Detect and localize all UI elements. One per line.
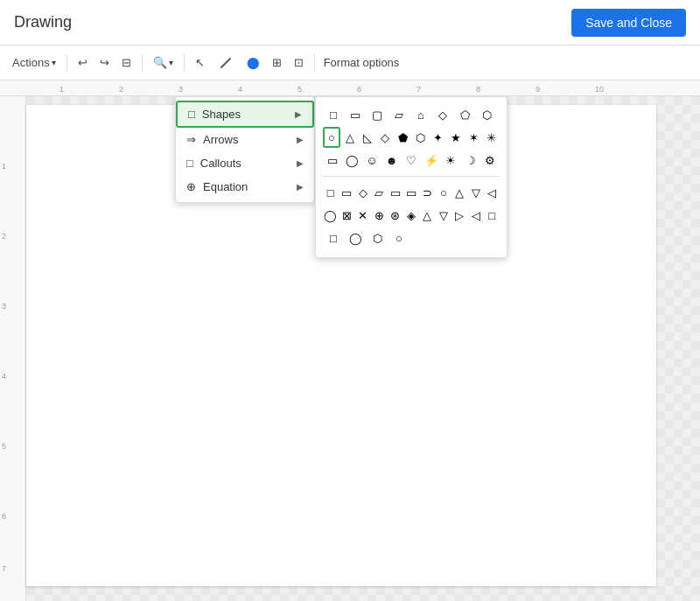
shape-flow-right[interactable]: ▷ (452, 205, 467, 226)
actions-menu-button[interactable]: Actions ▾ (7, 52, 61, 73)
shapes-row-3: ▭ ◯ ☺ ☻ ♡ ⚡ ☀ ☽ ⚙ (323, 150, 500, 171)
shape-flow-data[interactable]: ▭ (403, 182, 418, 203)
line-tool-button[interactable] (212, 59, 240, 67)
shape-octagon[interactable]: ⬡ (412, 127, 429, 148)
shapes-submenu: □ ▭ ▢ ▱ ⌂ ◇ ⬠ ⬡ ○ △ ◺ ◇ ⬟ ⬡ ✦ ★ ✶ ✳ (315, 96, 508, 258)
shapes-circle-icon: ⬤ (247, 56, 260, 69)
shape-flow-rect[interactable]: □ (323, 182, 338, 203)
shape-flow-tri-inv[interactable]: ▽ (468, 182, 483, 203)
callouts-menu-label: Callouts (200, 157, 242, 170)
shapes-row-1: □ ▭ ▢ ▱ ⌂ ◇ ⬠ ⬡ (323, 104, 500, 125)
shape-flow-trap[interactable]: ▭ (388, 182, 402, 203)
shape-rect[interactable]: □ (323, 104, 344, 125)
undo-icon: ↩ (78, 56, 88, 69)
toolbar-separator-1 (66, 54, 67, 72)
zoom-button[interactable]: 🔍 ▾ (148, 52, 178, 73)
horizontal-ruler: 1 2 3 4 5 6 7 8 9 10 (0, 80, 700, 96)
shape-lightning[interactable]: ⚡ (422, 150, 441, 171)
shape-pentagon[interactable]: ⬠ (454, 104, 475, 125)
equation-arrow-icon: ▶ (297, 182, 304, 192)
image-tool-button[interactable]: ⊡ (289, 52, 309, 73)
shape-triangle[interactable]: △ (341, 127, 358, 148)
print-icon: ⊟ (122, 56, 131, 69)
shape-flow-tri3[interactable]: ▽ (436, 205, 451, 226)
shape-flow-tri2[interactable]: △ (420, 205, 435, 226)
shapes-tool-button[interactable]: ⬤ (242, 52, 265, 73)
shape-flow-diamond2[interactable]: ◈ (403, 205, 418, 226)
shape-flow-x2[interactable]: ✕ (355, 205, 370, 226)
equation-menu-icon: ⊕ (186, 180, 196, 193)
shape-brace[interactable]: ▭ (323, 150, 342, 171)
toolbar-separator-4 (314, 54, 315, 72)
print-button[interactable]: ⊟ (116, 52, 136, 73)
shape-right-triangle[interactable]: ◺ (359, 127, 375, 148)
actions-chevron-icon: ▾ (52, 58, 56, 67)
select-tool-button[interactable]: ↖ (190, 52, 210, 73)
shape-moon[interactable]: ☽ (461, 150, 480, 171)
v-ruler-mark-5: 5 (2, 442, 6, 451)
shape-circle[interactable]: ○ (323, 127, 340, 148)
canvas-area[interactable]: 1 2 3 4 5 6 7 □ Shapes ▶ ⇒ Arrows ▶ (0, 96, 700, 601)
shape-star5[interactable]: ★ (447, 127, 464, 148)
shape-flow-diamond[interactable]: ◇ (355, 182, 370, 203)
shape-flow-circle3[interactable]: ○ (388, 227, 410, 248)
shape-flow-plus[interactable]: ⊕ (371, 205, 386, 226)
shape-diamond[interactable]: ◇ (432, 104, 453, 125)
zoom-icon: 🔍 (153, 56, 167, 69)
shape-parallelogram[interactable]: ▱ (388, 104, 410, 125)
shape-flow-arrow[interactable]: ◁ (485, 182, 500, 203)
v-ruler-mark-4: 4 (2, 372, 6, 381)
shape-bracket[interactable]: ◯ (343, 150, 362, 171)
v-ruler-mark-7: 7 (2, 564, 6, 573)
shape-star8[interactable]: ✳ (483, 127, 500, 148)
shape-flow-oval[interactable]: ○ (436, 182, 451, 203)
shape-flow-x[interactable]: ⊠ (339, 205, 354, 226)
shape-cylinder[interactable]: ☺ (362, 150, 382, 171)
shape-heart[interactable]: ♡ (402, 150, 421, 171)
redo-button[interactable]: ↪ (94, 52, 115, 73)
shape-flow-rounded[interactable]: ▭ (339, 182, 354, 203)
shape-flow-cross[interactable]: ◯ (323, 205, 338, 226)
shape-star6[interactable]: ✶ (466, 127, 482, 148)
menu-item-equation[interactable]: ⊕ Equation ▶ (176, 175, 314, 199)
callouts-arrow-icon: ▶ (297, 158, 304, 168)
shape-diamond2[interactable]: ◇ (376, 127, 393, 148)
menu-item-arrows[interactable]: ⇒ Arrows ▶ (176, 128, 314, 151)
shape-rounded-rect[interactable]: ▢ (367, 104, 388, 125)
shape-flow-para[interactable]: ▱ (371, 182, 386, 203)
ruler-mark-7: 7 (416, 85, 421, 94)
shape-sun[interactable]: ☀ (441, 150, 460, 171)
shape-smiley[interactable]: ☻ (382, 150, 402, 171)
shape-flow-left[interactable]: ◁ (468, 205, 483, 226)
shape-trapezoid[interactable]: ⌂ (410, 104, 431, 125)
menu-item-callouts[interactable]: □ Callouts ▶ (176, 151, 314, 175)
shape-rect2[interactable]: ▭ (345, 104, 366, 125)
undo-button[interactable]: ↩ (73, 52, 93, 73)
text-tool-button[interactable]: ⊞ (267, 52, 287, 73)
ruler-mark-10: 10 (595, 85, 604, 94)
shape-pentagon2[interactable]: ⬟ (395, 127, 411, 148)
shape-hexagon[interactable]: ⬡ (476, 104, 497, 125)
shape-flow-asterisk[interactable]: ⊛ (388, 205, 402, 226)
app-title: Drawing (14, 13, 72, 31)
ruler-mark-1: 1 (60, 85, 64, 94)
shapes-row-2: ○ △ ◺ ◇ ⬟ ⬡ ✦ ★ ✶ ✳ (323, 127, 500, 148)
shape-flow-rect2[interactable]: □ (323, 227, 344, 248)
shape-flow-hex[interactable]: ⬡ (367, 227, 388, 248)
shape-flow-tri[interactable]: △ (452, 182, 467, 203)
equation-menu-label: Equation (203, 180, 248, 193)
toolbar-separator-2 (142, 54, 143, 72)
save-close-button[interactable]: Save and Close (571, 9, 686, 37)
ruler-mark-3: 3 (178, 85, 183, 94)
menu-item-shapes[interactable]: □ Shapes ▶ (176, 101, 314, 128)
vertical-ruler: 1 2 3 4 5 6 7 (0, 96, 26, 601)
shape-flow-delay[interactable]: ⊃ (420, 182, 435, 203)
shape-star4[interactable]: ✦ (430, 127, 446, 148)
callouts-menu-icon: □ (186, 157, 193, 170)
shape-flow-circle2[interactable]: ◯ (345, 227, 366, 248)
shapes-row-5: ◯ ⊠ ✕ ⊕ ⊛ ◈ △ ▽ ▷ ◁ □ (323, 205, 500, 226)
shape-flow-square[interactable]: □ (485, 205, 500, 226)
shape-gear[interactable]: ⚙ (481, 150, 500, 171)
actions-label: Actions (12, 56, 50, 69)
ruler-mark-2: 2 (119, 85, 123, 94)
